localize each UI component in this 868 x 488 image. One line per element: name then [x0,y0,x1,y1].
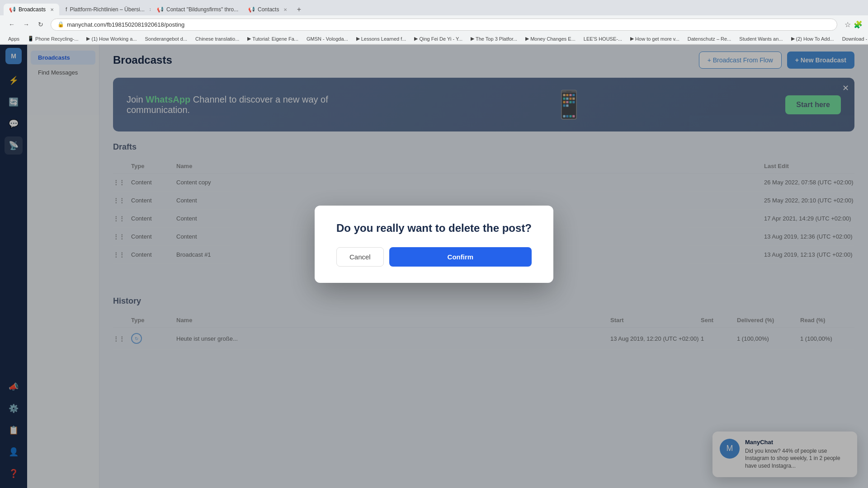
tab-label: Contact "Bildungsfirms" thro... [166,6,238,13]
bookmark-tutorial[interactable]: ▶ Tutorial: Eigene Fa... [245,35,301,42]
tab-close-icon[interactable]: ✕ [149,7,151,12]
new-tab-button[interactable]: + [293,4,304,15]
reload-button[interactable]: ↻ [34,18,47,31]
bookmark-how-working[interactable]: ▶ (1) How Working a... [84,35,139,42]
url-bar[interactable]: 🔒 manychat.com/fb198150208192061​8/posti… [51,19,837,31]
dialog-box: Do you really want to delete the post? C… [315,206,553,283]
confirm-button[interactable]: Confirm [389,247,532,267]
tab-favicon: 📢 [157,6,164,13]
tab-bar: 📢 Broadcasts ✕ f Plattform-Richtlinien –… [0,0,868,15]
cancel-button[interactable]: Cancel [336,247,384,267]
bookmark-phone[interactable]: 📱 Phone Recycling-... [25,35,81,42]
bookmarks-bar: Apps 📱 Phone Recycling-... ▶ (1) How Wor… [0,33,868,44]
bookmark-student[interactable]: Student Wants an... [736,35,785,42]
tab-label: Broadcasts [19,6,46,13]
tab-favicon: 📢 [9,6,16,13]
url-text: manychat.com/fb198150208192061​8/posting [67,21,830,28]
tab-contact[interactable]: 📢 Contact "Bildungsfirms" thro... ✕ [151,4,242,15]
bookmark-how-to-add[interactable]: ▶ (2) How To Add... [788,35,837,42]
tab-favicon: f [66,6,67,13]
bookmark-qing[interactable]: ▶ Qing Fei De Yi - Y... [411,35,465,42]
tab-contacts[interactable]: 📢 Contacts ✕ [243,4,292,15]
bookmark-apps[interactable]: Apps [5,35,22,42]
tab-broadcasts[interactable]: 📢 Broadcasts ✕ [4,4,59,15]
bookmark-star-icon[interactable]: ☆ [844,20,851,29]
bookmark-datenschutz[interactable]: Datenschutz – Re... [685,35,734,42]
dialog-actions: Cancel Confirm [336,247,532,267]
forward-button[interactable]: → [20,18,33,31]
bookmark-gmsn[interactable]: GMSN - Vologda... [304,35,351,42]
browser-chrome: 📢 Broadcasts ✕ f Plattform-Richtlinien –… [0,0,868,45]
tab-close-icon[interactable]: ✕ [50,7,54,12]
bookmark-download[interactable]: Download - Cooki... [840,35,868,42]
bookmark-lee[interactable]: LEE'S HOUSE-... [581,35,625,42]
dialog-overlay: Do you really want to delete the post? C… [0,0,868,488]
bookmark-lessons[interactable]: ▶ Lessons Learned f... [354,35,409,42]
extensions-icon[interactable]: 🧩 [854,20,863,29]
bookmark-top3[interactable]: ▶ The Top 3 Platfor... [468,35,520,42]
address-bar: ← → ↻ 🔒 manychat.com/fb198150208192061​8… [0,15,868,33]
tab-facebook[interactable]: f Plattform-Richtlinien – Übersi... ✕ [60,4,151,15]
dialog-message: Do you really want to delete the post? [336,222,532,235]
bookmark-chinese[interactable]: Chinese translatio... [193,35,242,42]
tab-favicon: 📢 [248,6,255,13]
bookmark-money[interactable]: ▶ Money Changes E... [523,35,578,42]
bookmark-sonderangebot[interactable]: Sonderangebot d... [142,35,190,42]
tab-label: Contacts [258,6,279,13]
tab-close-icon[interactable]: ✕ [283,7,287,12]
bookmark-howtoget[interactable]: ▶ How to get more v... [627,35,682,42]
back-button[interactable]: ← [5,18,18,31]
tab-label: Plattform-Richtlinien – Übersi... [70,6,144,13]
